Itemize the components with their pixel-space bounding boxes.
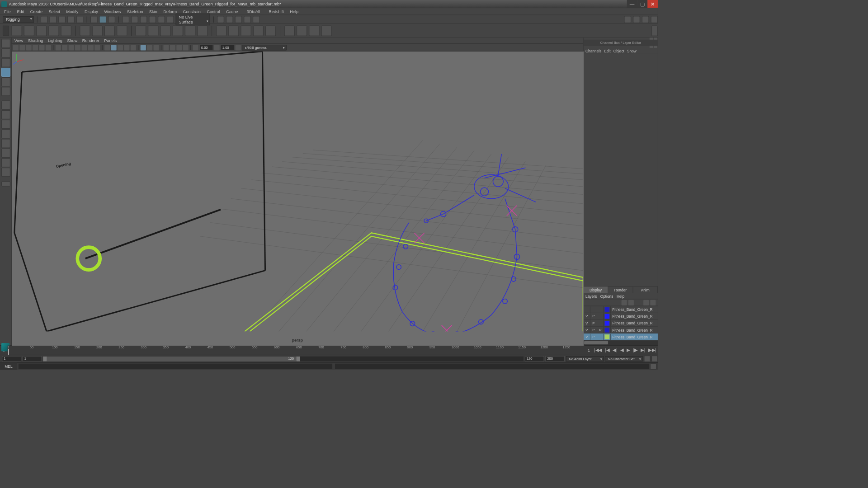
layout-more-icon[interactable] (1, 182, 10, 187)
go-end-button[interactable]: ▶▶| (648, 347, 656, 352)
panel-layout-icon[interactable] (624, 16, 631, 23)
vp-xray-icon[interactable] (147, 45, 152, 50)
layer-name[interactable]: Fitness_Band_Green_R (611, 321, 658, 325)
shelf-tool-icon[interactable] (173, 25, 183, 36)
layer-type-toggle[interactable] (597, 320, 604, 326)
render-icon[interactable] (217, 16, 224, 23)
shelf-tool-icon[interactable] (185, 25, 195, 36)
menu-skin[interactable]: Skin (146, 9, 160, 15)
vp-menu-shading[interactable]: Shading (28, 38, 43, 43)
layout-two-v-icon[interactable] (1, 129, 10, 138)
layer-color-swatch[interactable] (604, 333, 611, 340)
shelf-tool-icon[interactable] (136, 25, 146, 36)
step-forward-button[interactable]: |▶ (633, 347, 637, 352)
viewport-persp[interactable]: Opening (12, 52, 583, 345)
render-settings-icon[interactable] (235, 16, 242, 23)
layer-new-empty-icon[interactable] (643, 300, 649, 305)
vp-exposure-icon[interactable] (193, 45, 198, 50)
range-in-input[interactable]: 1 (23, 356, 42, 361)
vp-bookmark-icon[interactable] (26, 45, 32, 50)
cb-menu-show[interactable]: Show (627, 49, 637, 53)
mel-label[interactable]: MEL (0, 363, 17, 370)
range-knob-start[interactable] (43, 356, 47, 361)
range-slider[interactable]: 120 (43, 356, 523, 361)
exposure-input[interactable]: 0.00 (199, 45, 213, 50)
layer-vis-toggle[interactable]: V (584, 320, 590, 326)
layer-move-up-icon[interactable] (622, 300, 627, 305)
layout-graph-icon[interactable] (1, 168, 10, 177)
anim-layer-dropdown[interactable]: No Anim Layer (566, 356, 604, 361)
layer-type-toggle[interactable] (597, 313, 604, 319)
rotate-tool-icon[interactable] (1, 77, 10, 86)
shelf-tool-icon[interactable] (49, 25, 59, 36)
layer-color-swatch[interactable] (604, 313, 611, 319)
workspace-dropdown[interactable]: Rigging (3, 16, 33, 23)
shelf-tool-icon[interactable] (80, 25, 90, 36)
shelf-tab-icon[interactable] (3, 25, 9, 36)
layer-color-swatch[interactable] (604, 327, 611, 333)
snap-plane-icon[interactable] (149, 16, 156, 23)
menu-select[interactable]: Select (46, 9, 63, 15)
select-tool-icon[interactable] (1, 39, 10, 48)
go-start-button[interactable]: |◀◀ (594, 347, 602, 352)
layout-hypershade-icon[interactable] (1, 158, 10, 167)
redo-icon[interactable] (76, 16, 83, 23)
range-start-input[interactable]: 1 (2, 356, 21, 361)
layer-playback-toggle[interactable] (590, 306, 597, 313)
paint-select-tool-icon[interactable] (1, 58, 10, 67)
layer-row[interactable]: VPRFitness_Band_Green_R (584, 327, 658, 333)
vp-menu-renderer[interactable]: Renderer (82, 38, 99, 43)
vp-safe-action-icon[interactable] (88, 45, 94, 50)
layer-type-toggle[interactable] (597, 306, 604, 313)
range-end-input[interactable]: 200 (545, 356, 564, 361)
menu-display[interactable]: Display (82, 9, 101, 15)
select-by-hierarchy-icon[interactable] (108, 16, 115, 23)
shelf-tool-icon[interactable] (197, 25, 208, 36)
layer-playback-toggle[interactable]: P (590, 327, 597, 333)
layer-name[interactable]: Fitness_Band_Green_R (611, 314, 658, 318)
vp-2d-pan-icon[interactable] (39, 45, 44, 50)
open-scene-icon[interactable] (50, 16, 57, 23)
vp-menu-show[interactable]: Show (67, 38, 77, 43)
menu-skeleton[interactable]: Skeleton (124, 9, 146, 15)
layer-playback-toggle[interactable]: P (590, 333, 597, 340)
layer-vis-toggle[interactable]: V (584, 327, 590, 333)
menu-edit[interactable]: Edit (14, 9, 27, 15)
vp-wireframe-icon[interactable] (104, 45, 110, 50)
layout-outliner-icon[interactable] (1, 139, 10, 148)
shelf-tool-icon[interactable] (321, 25, 332, 36)
shelf-tool-icon[interactable] (297, 25, 307, 36)
layer-playback-toggle[interactable]: P (590, 320, 597, 326)
layer-vis-toggle[interactable] (584, 306, 590, 313)
vp-menu-view[interactable]: View (14, 38, 24, 43)
hypershade-icon[interactable] (244, 16, 251, 23)
range-out-input[interactable]: 120 (525, 356, 544, 361)
vp-gamma-icon[interactable] (214, 45, 220, 50)
menu-redshift[interactable]: Redshift (266, 9, 286, 15)
lasso-tool-icon[interactable] (1, 49, 10, 58)
save-scene-icon[interactable] (59, 16, 66, 23)
layer-menu-help[interactable]: Help (617, 294, 624, 298)
vp-gate-mask-icon[interactable] (75, 45, 80, 50)
vp-menu-lighting[interactable]: Lighting (48, 38, 62, 43)
vp-lock-camera-icon[interactable] (19, 45, 25, 50)
mel-input[interactable] (19, 363, 332, 369)
shelf-tool-icon[interactable] (61, 25, 71, 36)
layer-menu-layers[interactable]: Layers (585, 294, 597, 298)
layer-color-swatch[interactable] (604, 306, 611, 313)
panel-layout-icon[interactable] (633, 16, 640, 23)
timeline-track[interactable]: 1501001502002503003504004505005506006507… (8, 346, 585, 355)
shelf-tool-icon[interactable] (12, 25, 22, 36)
layer-playback-toggle[interactable]: P (590, 313, 597, 319)
layer-tab-anim[interactable]: Anim (633, 286, 658, 293)
move-tool-icon[interactable] (1, 68, 10, 77)
shelf-tool-icon[interactable] (117, 25, 127, 36)
step-forward-key-button[interactable]: ▶| (641, 347, 645, 352)
vp-film-gate-icon[interactable] (62, 45, 67, 50)
vp-grease-icon[interactable] (46, 45, 51, 50)
layer-row[interactable]: VPFitness_Band_Green_R (584, 333, 658, 340)
layer-color-swatch[interactable] (604, 320, 611, 326)
layer-name[interactable]: Fitness_Band_Green_R (611, 335, 658, 339)
vp-isolate-icon[interactable] (141, 45, 146, 50)
vp-ao-icon[interactable] (176, 45, 182, 50)
